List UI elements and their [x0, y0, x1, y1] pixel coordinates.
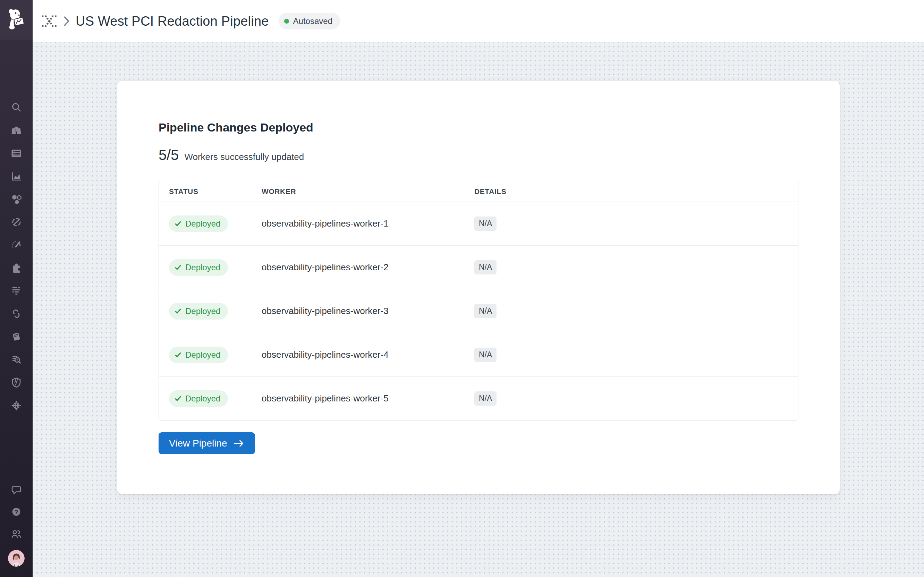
- check-icon: [174, 395, 182, 402]
- status-badge: Deployed: [169, 259, 228, 276]
- topbar: US West PCI Redaction Pipeline Autosaved: [32, 0, 924, 42]
- progress-summary: 5/5 Workers successfully updated: [159, 147, 798, 163]
- column-header-status: STATUS: [159, 187, 251, 196]
- worker-name: observability-pipelines-worker-4: [251, 350, 464, 360]
- chevron-right-icon: [64, 16, 69, 26]
- table-row: Deployed observability-pipelines-worker-…: [159, 333, 798, 376]
- sidebar-bottom-nav: ?: [0, 484, 32, 567]
- table-row: Deployed observability-pipelines-worker-…: [159, 376, 798, 420]
- datadog-logo[interactable]: [0, 0, 32, 40]
- worker-name: observability-pipelines-worker-1: [251, 218, 464, 229]
- feedback-chat-icon[interactable]: [10, 484, 23, 496]
- pipelines-filter-icon[interactable]: [10, 285, 23, 297]
- app-window: ?: [0, 0, 924, 577]
- autosaved-badge: Autosaved: [278, 13, 340, 29]
- details-badge: N/A: [474, 260, 496, 274]
- observability-pipelines-icon[interactable]: [41, 14, 58, 29]
- table-row: Deployed observability-pipelines-worker-…: [159, 201, 798, 245]
- status-badge: Deployed: [169, 303, 228, 319]
- status-badge: Deployed: [169, 347, 228, 363]
- dashboards-icon[interactable]: [10, 147, 23, 160]
- metrics-chart-icon[interactable]: [10, 170, 23, 182]
- monitors-gauge-icon[interactable]: [10, 239, 23, 251]
- workers-table: STATUS WORKER DETAILS Deployed observabi…: [159, 181, 798, 421]
- worker-name: observability-pipelines-worker-3: [251, 306, 464, 316]
- help-icon[interactable]: ?: [10, 506, 23, 518]
- help-glyph: ?: [14, 509, 18, 516]
- watchdog-binoculars-icon[interactable]: [10, 124, 23, 137]
- infrastructure-hexagons-icon[interactable]: [10, 193, 23, 205]
- service-link-icon[interactable]: [10, 308, 23, 320]
- column-header-worker: WORKER: [251, 187, 464, 196]
- logs-search-icon[interactable]: [10, 353, 23, 366]
- worker-name: observability-pipelines-worker-5: [251, 393, 464, 404]
- column-header-details: DETAILS: [464, 187, 798, 196]
- progress-caption: Workers successfully updated: [184, 152, 304, 163]
- main-canvas: Pipeline Changes Deployed 5/5 Workers su…: [32, 42, 924, 577]
- organization-users-icon[interactable]: [10, 528, 23, 540]
- page-title: US West PCI Redaction Pipeline: [76, 14, 269, 29]
- view-pipeline-button[interactable]: View Pipeline: [159, 432, 255, 454]
- check-icon: [174, 308, 182, 314]
- details-badge: N/A: [474, 348, 496, 362]
- view-pipeline-label: View Pipeline: [169, 438, 227, 449]
- arrow-right-icon: [233, 439, 245, 448]
- check-icon: [174, 264, 182, 271]
- sidebar: ?: [0, 0, 32, 577]
- status-badge: Deployed: [169, 390, 228, 407]
- notebooks-book-icon[interactable]: [10, 330, 23, 343]
- table-header-row: STATUS WORKER DETAILS: [159, 181, 798, 201]
- search-icon[interactable]: [10, 101, 23, 114]
- check-icon: [174, 221, 182, 227]
- autosaved-status-dot: [284, 19, 289, 24]
- security-shield-icon[interactable]: [10, 376, 23, 388]
- worker-name: observability-pipelines-worker-2: [251, 262, 464, 273]
- ci-circle-check-icon[interactable]: [10, 216, 23, 228]
- card-title: Pipeline Changes Deployed: [159, 120, 798, 135]
- check-icon: [174, 352, 182, 358]
- table-row: Deployed observability-pipelines-worker-…: [159, 245, 798, 289]
- network-globe-icon[interactable]: [10, 399, 23, 411]
- details-badge: N/A: [474, 304, 496, 318]
- details-badge: N/A: [474, 392, 496, 406]
- sidebar-nav: [0, 101, 32, 411]
- details-badge: N/A: [474, 216, 496, 231]
- deploy-result-card: Pipeline Changes Deployed 5/5 Workers su…: [117, 81, 840, 494]
- progress-count: 5/5: [159, 147, 179, 163]
- datadog-dog-icon: [6, 7, 27, 32]
- user-avatar[interactable]: [8, 550, 25, 567]
- status-badge: Deployed: [169, 216, 228, 232]
- autosaved-label: Autosaved: [293, 16, 332, 26]
- integrations-puzzle-icon[interactable]: [10, 262, 23, 274]
- table-row: Deployed observability-pipelines-worker-…: [159, 289, 798, 333]
